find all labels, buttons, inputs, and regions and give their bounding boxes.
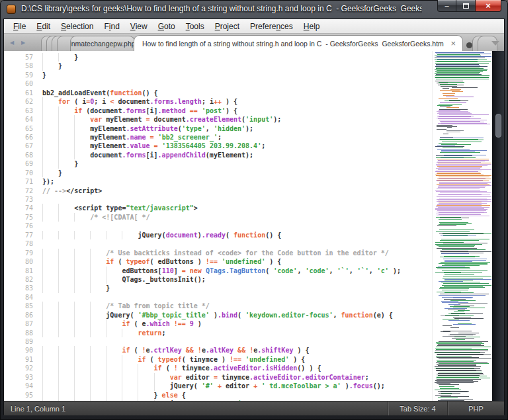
- menu-item-tools[interactable]: Tools: [181, 21, 210, 32]
- line-number: 75: [4, 213, 33, 222]
- code-line: 68document.forms[i].appendChild(myElemen…: [4, 151, 433, 159]
- window-title: D:\CS library\geeks for geeks\How to fin…: [21, 4, 422, 13]
- menu-bar: FileEditSelectionFindViewGotoToolsProjec…: [4, 19, 504, 34]
- line-number: 70: [4, 169, 33, 177]
- menu-item-project[interactable]: Project: [210, 21, 245, 32]
- code-line: 78: [4, 239, 433, 248]
- minimap[interactable]: [433, 51, 492, 401]
- code-lines: 57}58}59}6061bb2_addLoadEvent(function()…: [4, 53, 433, 401]
- tab-size-indicator[interactable]: Tab Size: 4: [388, 401, 447, 415]
- code-line: 66myElement.name = 'bb2_screener_';: [4, 133, 433, 142]
- scrollbar-thumb[interactable]: [495, 114, 501, 138]
- tab-back-button[interactable]: ◀: [7, 37, 17, 48]
- minimize-button[interactable]: –: [437, 0, 456, 12]
- code-line: 60: [4, 79, 433, 88]
- menu-item-view[interactable]: View: [125, 21, 153, 32]
- line-number: 71: [4, 177, 33, 186]
- line-number: 93: [4, 373, 33, 382]
- vertical-scrollbar[interactable]: [492, 51, 504, 401]
- code-line: 94jQuery( '#' + editor + ' td.mceToolbar…: [4, 382, 433, 390]
- maximize-icon: [463, 3, 469, 9]
- line-number: 76: [4, 222, 33, 230]
- menu-item-find[interactable]: Find: [99, 21, 124, 32]
- line-number: 66: [4, 133, 33, 142]
- menu-item-help[interactable]: Help: [298, 21, 325, 32]
- line-number: 57: [4, 53, 33, 62]
- code-line: 75/* <![CDATA[ */: [4, 213, 433, 222]
- line-number: 81: [4, 267, 33, 275]
- code-line: 61bb2_addLoadEvent(function() {: [4, 89, 433, 97]
- line-number: 88: [4, 329, 33, 337]
- code-line: 83}: [4, 284, 433, 292]
- line-number: 68: [4, 151, 33, 159]
- app-icon: [7, 5, 16, 14]
- tab-forward-button[interactable]: ▶: [19, 37, 28, 48]
- code-line: 69}: [4, 159, 433, 168]
- code-line: 73: [4, 195, 433, 204]
- code-line: 92if ( ! tinymce.activeEditor.isHidden()…: [4, 364, 433, 372]
- code-line: 86jQuery( '#bbp_topic_title' ).bind( 'ke…: [4, 311, 433, 319]
- line-number: 61: [4, 89, 33, 97]
- tab-inmatechangepw[interactable]: inmatechangepw.php: [70, 36, 135, 51]
- menu-item-selection[interactable]: Selection: [56, 21, 99, 32]
- code-line: 95} else {: [4, 391, 433, 399]
- code-line: 88return;: [4, 329, 433, 337]
- code-line: 65myElement.setAttribute('type', 'hidden…: [4, 124, 433, 133]
- code-line: 72// --></script>: [4, 187, 433, 195]
- line-number: 79: [4, 249, 33, 257]
- code-line: 76: [4, 222, 433, 230]
- line-number: 84: [4, 293, 33, 302]
- line-number: 89: [4, 337, 33, 346]
- code-line: 81edButtons[110] = new QTags.TagButton( …: [4, 267, 433, 275]
- line-number: 65: [4, 124, 33, 133]
- code-line: 89: [4, 337, 433, 346]
- code-line: 74<script type="text/javascript">: [4, 204, 433, 212]
- code-line: 63if (document.forms[i].method == 'post'…: [4, 106, 433, 115]
- code-line: 58}: [4, 62, 433, 70]
- titlebar[interactable]: D:\CS library\geeks for geeks\How to fin…: [0, 0, 508, 19]
- menu-item-preferences[interactable]: Preferences: [245, 21, 298, 32]
- line-number: 87: [4, 319, 33, 328]
- app-window: D:\CS library\geeks for geeks\How to fin…: [0, 0, 508, 420]
- menu-item-edit[interactable]: Edit: [31, 21, 56, 32]
- line-number: 80: [4, 257, 33, 266]
- code-line: 84: [4, 293, 433, 302]
- code-line: 71});: [4, 177, 433, 186]
- line-number: 77: [4, 231, 33, 239]
- line-number: 78: [4, 239, 33, 248]
- line-number: 67: [4, 142, 33, 150]
- code-line: 87if ( e.which !== 9 ): [4, 319, 433, 328]
- tab-label: inmatechangepw.php: [70, 40, 135, 48]
- close-button[interactable]: ×: [475, 0, 501, 12]
- code-line: 59}: [4, 71, 433, 79]
- code-line: 90if ( !e.ctrlKey && !e.altKey && !e.shi…: [4, 346, 433, 355]
- tab-nav: ◀ ▶: [7, 37, 28, 48]
- line-number: 92: [4, 364, 33, 372]
- maximize-button[interactable]: [456, 0, 475, 12]
- minimize-icon: –: [444, 2, 448, 9]
- line-number: 59: [4, 71, 33, 79]
- modified-dot-icon[interactable]: [466, 42, 472, 48]
- line-number: 73: [4, 195, 33, 204]
- line-number: 69: [4, 159, 33, 168]
- code-line: 82QTags._buttonsInit();: [4, 275, 433, 284]
- line-number: 58: [4, 62, 33, 70]
- code-line: 93var editor = tinymce.activeEditor.edit…: [4, 373, 433, 382]
- line-number: 96: [4, 399, 33, 401]
- code-line: 96jQuery( '#bbp_topic_content' ).focus()…: [4, 399, 433, 401]
- code-line: 80if ( typeof( edButtons ) !== 'undefine…: [4, 257, 433, 266]
- code-line: 70}: [4, 169, 433, 177]
- tab-label: How to find length of a string without s…: [142, 40, 444, 48]
- client-area: FileEditSelectionFindViewGotoToolsProjec…: [3, 19, 505, 415]
- line-number: 94: [4, 382, 33, 390]
- line-number: 72: [4, 187, 33, 195]
- code-line: 77jQuery(document).ready( function() {: [4, 231, 433, 239]
- menu-item-goto[interactable]: Goto: [153, 21, 181, 32]
- syntax-indicator[interactable]: PHP: [447, 401, 504, 415]
- menu-item-file[interactable]: File: [8, 21, 31, 32]
- code-line: 64var myElement = document.createElement…: [4, 115, 433, 124]
- tab-close-icon[interactable]: ×: [449, 39, 457, 48]
- tab-overflow-chevron-icon[interactable]: [491, 41, 499, 46]
- code-editor[interactable]: 57}58}59}6061bb2_addLoadEvent(function()…: [4, 51, 504, 401]
- tab-active-geeksforgeeks[interactable]: How to find length of a string without s…: [134, 35, 463, 51]
